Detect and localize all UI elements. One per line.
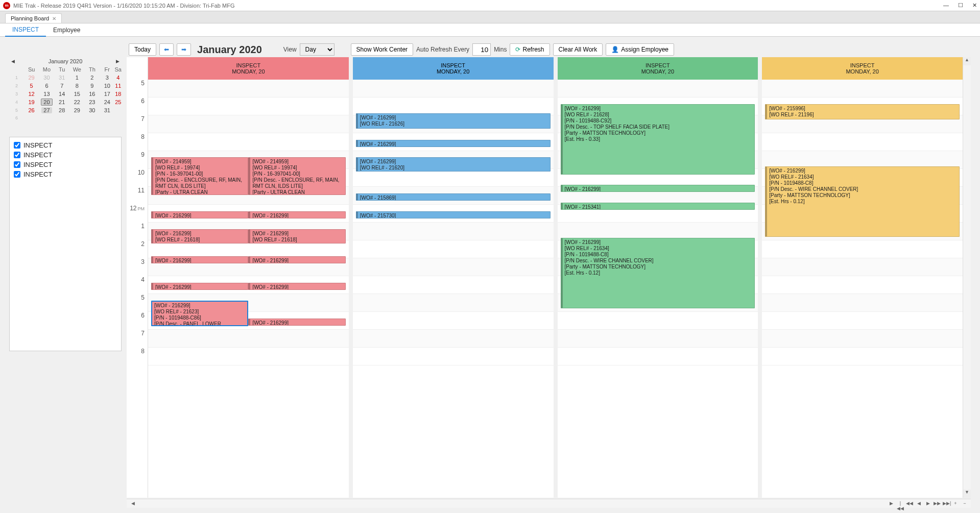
work-order-event[interactable]: [WO# - 216299][WO REL# - 21634][P/N - 10… bbox=[765, 166, 960, 237]
tab-close-icon[interactable]: ✕ bbox=[52, 16, 56, 21]
next-day-button[interactable]: ➡ bbox=[177, 43, 191, 56]
nav-prev-icon[interactable]: ◀ bbox=[915, 500, 923, 507]
nav-add-icon[interactable]: + bbox=[951, 500, 960, 507]
filter-row[interactable]: INSPECT bbox=[13, 169, 118, 179]
cal-day-selected[interactable]: 20 bbox=[39, 98, 54, 106]
column-grid[interactable]: [WO# - 216299][WO REL# - 21628][P/N - 10… bbox=[558, 80, 758, 498]
filter-row[interactable]: INSPECT bbox=[13, 160, 118, 169]
refresh-button[interactable]: ⟳Refresh bbox=[510, 43, 549, 56]
filter-checkbox[interactable] bbox=[14, 161, 20, 168]
cal-day[interactable]: 22 bbox=[69, 98, 85, 106]
column-header[interactable]: INSPECT MONDAY, 20 bbox=[148, 57, 349, 80]
column-header[interactable]: INSPECT MONDAY, 20 bbox=[558, 57, 758, 80]
assign-employee-button[interactable]: 👤Assign Employee bbox=[606, 43, 674, 56]
cal-day[interactable]: 27 bbox=[39, 106, 54, 114]
auto-refresh-input[interactable] bbox=[472, 43, 491, 56]
cal-day[interactable]: 5 bbox=[24, 82, 39, 90]
nav-prevpage-icon[interactable]: ◀◀ bbox=[905, 500, 914, 507]
work-order-event[interactable]: [WO# - 216299] bbox=[151, 256, 248, 263]
work-order-event[interactable]: [WO# - 216299] bbox=[356, 140, 551, 147]
vertical-scrollbar[interactable]: ▲ ▼ bbox=[963, 57, 971, 498]
work-order-event[interactable]: [WO# - 216299] bbox=[151, 211, 248, 218]
column-grid[interactable]: [WO# - 216299][WO REL# - 21626] [WO# - 2… bbox=[353, 80, 554, 498]
cal-day[interactable]: 4 bbox=[115, 74, 122, 82]
cal-day[interactable]: 29 bbox=[69, 106, 85, 114]
column-header[interactable]: INSPECT MONDAY, 20 bbox=[762, 57, 963, 80]
cal-day[interactable]: 31 bbox=[55, 74, 69, 82]
subtab-employee[interactable]: Employee bbox=[46, 24, 87, 36]
work-order-event[interactable]: [WO# - 216299] bbox=[561, 185, 755, 192]
work-order-event[interactable]: [WO# - 216299][WO REL# - 21626] bbox=[356, 113, 551, 129]
cal-day[interactable]: 2 bbox=[85, 74, 100, 82]
hscroll-left-icon[interactable]: ◀ bbox=[129, 500, 137, 507]
cal-day[interactable]: 8 bbox=[69, 82, 85, 90]
column-header[interactable]: INSPECT MONDAY, 20 bbox=[353, 57, 554, 80]
cal-day[interactable]: 13 bbox=[39, 90, 54, 98]
cal-day[interactable]: 30 bbox=[39, 74, 54, 82]
nav-last-icon[interactable]: ▶▶| bbox=[942, 500, 950, 507]
cal-day[interactable]: 23 bbox=[85, 98, 100, 106]
nav-first-icon[interactable]: |◀◀ bbox=[896, 500, 904, 507]
cal-day[interactable]: 31 bbox=[100, 106, 114, 114]
cal-day[interactable]: 28 bbox=[55, 106, 69, 114]
subtab-inspect[interactable]: INSPECT bbox=[5, 23, 46, 37]
column-grid[interactable]: [WO# - 215996][WO REL# - 21196] [WO# - 2… bbox=[762, 80, 963, 498]
today-button[interactable]: Today bbox=[129, 43, 156, 56]
hscroll-right-icon[interactable]: ▶ bbox=[887, 500, 895, 507]
cal-day[interactable]: 11 bbox=[115, 82, 122, 90]
filter-row[interactable]: INSPECT bbox=[13, 140, 118, 150]
cal-day[interactable]: 29 bbox=[24, 74, 39, 82]
minimize-button[interactable]: — bbox=[943, 2, 949, 9]
cal-day[interactable]: 10 bbox=[100, 82, 114, 90]
cal-day[interactable]: 19 bbox=[24, 98, 39, 106]
work-order-event[interactable]: [WO# - 216299] bbox=[151, 283, 248, 290]
clear-all-work-button[interactable]: Clear All Work bbox=[553, 43, 603, 56]
work-order-event[interactable]: [WO# - 215996][WO REL# - 21196] bbox=[765, 104, 960, 119]
work-order-event[interactable]: [WO# - 215341] bbox=[561, 203, 755, 210]
scroll-up-icon[interactable]: ▲ bbox=[963, 57, 971, 65]
cal-day[interactable]: 3 bbox=[100, 74, 114, 82]
work-order-event[interactable]: [WO# - 214959][WO REL# - 19974][P/N - 16… bbox=[248, 157, 345, 195]
filter-checkbox[interactable] bbox=[14, 152, 20, 158]
work-order-event[interactable]: [WO# - 214959][WO REL# - 19974][P/N - 16… bbox=[151, 157, 248, 195]
prev-day-button[interactable]: ⬅ bbox=[159, 43, 174, 56]
scroll-down-icon[interactable]: ▼ bbox=[963, 490, 971, 498]
column-grid[interactable]: [WO# - 214959][WO REL# - 19974][P/N - 16… bbox=[148, 80, 349, 498]
cal-next-icon[interactable]: ▶ bbox=[116, 59, 119, 64]
filter-checkbox[interactable] bbox=[14, 142, 20, 149]
work-order-event[interactable]: [WO# - 216299][WO REL# - 21634][P/N - 10… bbox=[561, 238, 755, 308]
cal-day[interactable]: 7 bbox=[55, 82, 69, 90]
cal-day[interactable]: 1 bbox=[69, 74, 85, 82]
cal-day[interactable]: 24 bbox=[100, 98, 114, 106]
work-order-event[interactable]: [WO# - 216299] bbox=[248, 256, 345, 263]
cal-day[interactable]: 6 bbox=[39, 82, 54, 90]
cal-prev-icon[interactable]: ◀ bbox=[11, 59, 15, 64]
nav-nextpage-icon[interactable]: ▶▶ bbox=[933, 500, 941, 507]
cal-day[interactable]: 25 bbox=[115, 98, 122, 106]
work-order-event[interactable]: [WO# - 216299] bbox=[248, 283, 345, 290]
nav-remove-icon[interactable]: − bbox=[961, 500, 969, 507]
cal-month-label[interactable]: January 2020 bbox=[49, 58, 83, 64]
work-order-event[interactable]: [WO# - 216299][WO REL# - 21628][P/N - 10… bbox=[561, 104, 755, 175]
cal-day[interactable]: 12 bbox=[24, 90, 39, 98]
cal-day[interactable] bbox=[115, 106, 122, 114]
show-workcenter-button[interactable]: Show Work Center bbox=[351, 43, 413, 56]
cal-day[interactable]: 26 bbox=[24, 106, 39, 114]
cal-day[interactable]: 14 bbox=[55, 90, 69, 98]
work-order-event[interactable]: [WO# - 216299][WO REL# - 21618] bbox=[151, 229, 248, 243]
work-order-event-selected[interactable]: [WO# - 216299][WO REL# - 21623][P/N - 10… bbox=[151, 301, 248, 326]
work-order-event[interactable]: [WO# - 216299][WO REL# - 21618] bbox=[248, 229, 345, 243]
work-order-event[interactable]: [WO# - 216299] bbox=[248, 319, 345, 326]
cal-day[interactable]: 9 bbox=[85, 82, 100, 90]
filter-checkbox[interactable] bbox=[14, 171, 20, 178]
view-select[interactable]: Day bbox=[300, 43, 334, 56]
filter-row[interactable]: INSPECT bbox=[13, 150, 118, 160]
cal-day[interactable]: 17 bbox=[100, 90, 114, 98]
tab-planning-board[interactable]: Planning Board ✕ bbox=[5, 13, 62, 23]
cal-day[interactable]: 18 bbox=[115, 90, 122, 98]
work-order-event[interactable]: [WO# - 216299] bbox=[248, 211, 345, 218]
cal-day[interactable]: 16 bbox=[85, 90, 100, 98]
work-order-event[interactable]: [WO# - 215730] bbox=[356, 211, 551, 218]
cal-day[interactable]: 15 bbox=[69, 90, 85, 98]
nav-next-icon[interactable]: ▶ bbox=[924, 500, 932, 507]
